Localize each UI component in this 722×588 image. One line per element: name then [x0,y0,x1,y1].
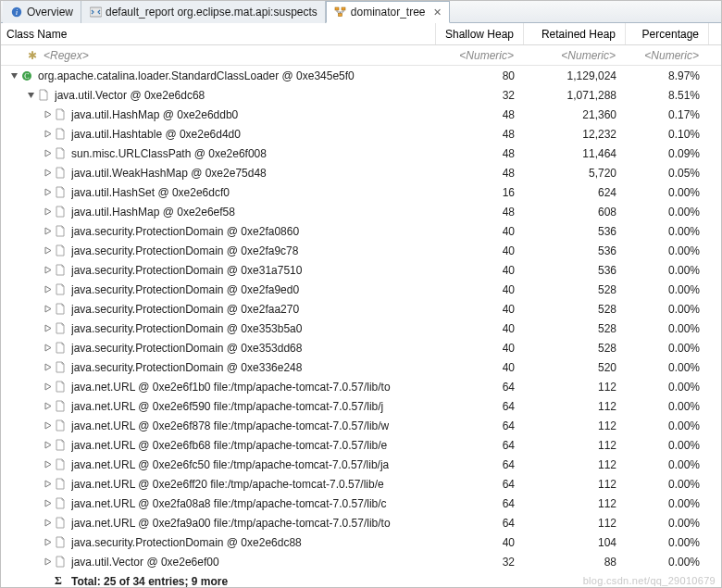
total-row[interactable]: ΣTotal: 25 of 34 entries; 9 more [1,571,721,587]
collapse-icon[interactable] [25,90,36,101]
filter-name[interactable]: ✱ <Regex> [1,45,436,65]
row-label: java.net.URL @ 0xe2fa08a8 file:/tmp/apac… [71,497,387,510]
table-row[interactable]: java.net.URL @ 0xe2fa08a8 file:/tmp/apac… [1,494,721,513]
shallow-cell: 40 [436,303,524,316]
expand-icon[interactable] [42,557,53,568]
expand-icon[interactable] [42,537,53,548]
percent-cell: 0.00% [626,206,709,219]
collapse-icon[interactable] [8,70,19,81]
expand-icon[interactable] [42,304,53,315]
filter-percent[interactable]: <Numeric> [626,45,709,65]
table-row[interactable]: java.security.ProtectionDomain @ 0xe2e6d… [1,532,721,552]
shallow-cell: 80 [436,69,524,82]
file-icon [53,322,68,335]
retained-cell: 104 [524,536,626,549]
table-row[interactable]: java.security.ProtectionDomain @ 0xe353b… [1,319,721,338]
row-label: Total: 25 of 34 entries; 9 more [71,575,228,588]
expand-icon[interactable] [42,518,53,529]
tab-1[interactable]: default_report org.eclipse.mat.api:suspe… [81,1,326,23]
table-row[interactable]: java.security.ProtectionDomain @ 0xe353d… [1,338,721,357]
name-cell: java.net.URL @ 0xe2e6f590 file:/tmp/apac… [1,400,436,413]
name-cell: Corg.apache.catalina.loader.StandardClas… [1,69,436,82]
table-row[interactable]: java.util.Hashtable @ 0xe2e6d4d04812,232… [1,124,721,144]
filter-shallow[interactable]: <Numeric> [436,45,524,65]
expand-icon[interactable] [42,284,53,295]
expand-icon[interactable] [42,148,53,159]
filter-icon: ✱ [25,49,40,62]
expand-icon[interactable] [42,187,53,198]
table-row[interactable]: java.net.URL @ 0xe2e6f590 file:/tmp/apac… [1,396,721,416]
tab-2[interactable]: dominator_tree✕ [326,1,450,23]
info-icon: i [10,6,23,19]
table-row[interactable]: java.util.Vector @ 0xe2e6ef0032880.00% [1,552,721,571]
table-row[interactable]: java.security.ProtectionDomain @ 0xe336e… [1,357,721,377]
column-header-percent[interactable]: Percentage [626,23,709,44]
expand-icon[interactable] [42,323,53,334]
expand-icon[interactable] [42,343,53,354]
table-row[interactable]: java.net.URL @ 0xe2e6fb68 file:/tmp/apac… [1,435,721,455]
row-label: java.net.URL @ 0xe2fa9a00 file:/tmp/apac… [71,517,391,530]
table-row[interactable]: java.net.URL @ 0xe2e6fc50 file:/tmp/apac… [1,455,721,474]
expand-icon[interactable] [42,420,53,432]
expand-icon[interactable] [42,226,53,237]
file-icon [53,556,68,569]
expand-icon[interactable] [42,168,53,179]
expand-icon[interactable] [42,440,53,451]
table-row[interactable]: java.util.Vector @ 0xe2e6dc68321,071,288… [1,85,721,105]
table-row[interactable]: java.util.HashMap @ 0xe2e6ef58486080.00% [1,202,721,221]
row-label: java.util.Vector @ 0xe2e6dc68 [55,89,205,102]
file-icon [53,478,68,491]
expand-icon[interactable] [42,265,53,276]
expand-icon[interactable] [42,362,53,373]
retained-cell: 11,464 [524,147,626,160]
close-icon[interactable]: ✕ [433,6,442,19]
expand-icon[interactable] [42,401,53,412]
table-row[interactable]: java.util.HashSet @ 0xe2e6dcf0166240.00% [1,182,721,202]
expand-icon[interactable] [42,382,53,393]
table-row[interactable]: java.net.URL @ 0xe2e6f1b0 file:/tmp/apac… [1,377,721,396]
shallow-cell: 64 [436,381,524,394]
expand-icon[interactable] [42,459,53,470]
name-cell: java.security.ProtectionDomain @ 0xe2e6d… [1,536,436,549]
tab-bar: iOverviewdefault_report org.eclipse.mat.… [1,1,721,23]
expand-icon[interactable] [42,109,53,120]
shallow-cell: 64 [436,478,524,491]
row-label: java.security.ProtectionDomain @ 0xe353b… [71,322,302,335]
table-row[interactable]: java.net.URL @ 0xe2fa9a00 file:/tmp/apac… [1,513,721,532]
expand-icon[interactable] [42,129,53,140]
shallow-cell: 40 [436,322,524,335]
row-label: java.security.ProtectionDomain @ 0xe353d… [71,342,302,355]
shallow-cell: 40 [436,244,524,257]
shallow-cell: 64 [436,400,524,413]
tab-0[interactable]: iOverview [3,1,81,23]
shallow-cell: 40 [436,283,524,296]
table-row[interactable]: java.security.ProtectionDomain @ 0xe2fa0… [1,221,721,241]
table-row[interactable]: java.security.ProtectionDomain @ 0xe2fa9… [1,241,721,260]
column-header-shallow[interactable]: Shallow Heap [436,23,524,44]
name-cell: java.util.WeakHashMap @ 0xe2e75d48 [1,167,436,180]
table-row[interactable]: java.util.HashMap @ 0xe2e6ddb04821,3600.… [1,105,721,124]
no-expander [42,576,53,587]
shallow-cell: 40 [436,536,524,549]
expand-icon[interactable] [42,206,53,218]
table-row[interactable]: Corg.apache.catalina.loader.StandardClas… [1,66,721,85]
column-header-retained[interactable]: Retained Heap [524,23,626,44]
column-header-name[interactable]: Class Name [1,23,436,44]
table-row[interactable]: java.security.ProtectionDomain @ 0xe2fa9… [1,280,721,299]
table-row[interactable]: java.security.ProtectionDomain @ 0xe2faa… [1,299,721,319]
table-row[interactable]: sun.misc.URLClassPath @ 0xe2e6f0084811,4… [1,144,721,163]
expand-icon[interactable] [42,245,53,256]
expand-icon[interactable] [42,498,53,509]
row-label: java.net.URL @ 0xe2e6fc50 file:/tmp/apac… [71,458,389,471]
filter-retained[interactable]: <Numeric> [524,45,626,65]
retained-cell: 608 [524,206,626,219]
table-row[interactable]: java.net.URL @ 0xe2e6f878 file:/tmp/apac… [1,416,721,435]
name-cell: java.net.URL @ 0xe2e6ff20 file:/tmp/apac… [1,478,436,491]
name-cell: java.security.ProtectionDomain @ 0xe31a7… [1,264,436,277]
table-row[interactable]: java.util.WeakHashMap @ 0xe2e75d48485,72… [1,163,721,182]
shallow-cell: 48 [436,128,524,141]
table-row[interactable]: java.security.ProtectionDomain @ 0xe31a7… [1,260,721,280]
name-cell: java.net.URL @ 0xe2fa08a8 file:/tmp/apac… [1,497,436,510]
expand-icon[interactable] [42,479,53,490]
table-row[interactable]: java.net.URL @ 0xe2e6ff20 file:/tmp/apac… [1,474,721,494]
